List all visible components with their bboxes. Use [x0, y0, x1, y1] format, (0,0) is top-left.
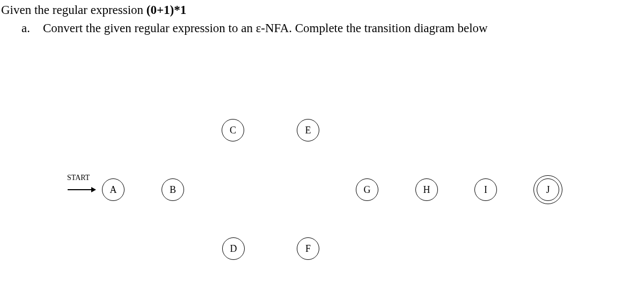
state-G: G	[356, 178, 378, 201]
state-label: C	[230, 125, 236, 136]
state-label: A	[110, 184, 117, 196]
state-H: H	[415, 178, 438, 201]
problem-intro: Given the regular expression (0+1)*1	[1, 3, 186, 17]
state-D: D	[222, 237, 245, 260]
state-C: C	[222, 119, 244, 141]
start-arrow-line	[68, 189, 92, 190]
state-label: I	[484, 184, 487, 196]
regex-text: (0+1)*1	[147, 3, 186, 17]
intro-text: Given the regular expression	[1, 3, 147, 17]
state-A: A	[102, 178, 125, 201]
state-I: I	[474, 178, 497, 201]
state-label: B	[170, 184, 176, 196]
list-marker: a.	[21, 21, 30, 35]
state-label: E	[305, 125, 311, 136]
start-label: START	[67, 174, 90, 182]
state-label: G	[364, 184, 371, 196]
state-label: J	[546, 184, 550, 196]
state-label: H	[423, 184, 430, 196]
start-arrow-head	[91, 187, 96, 192]
state-label: F	[305, 243, 311, 255]
state-F: F	[297, 237, 319, 260]
problem-prompt: Convert the given regular expression to …	[43, 21, 488, 35]
state-label: D	[230, 243, 237, 255]
state-B: B	[162, 178, 184, 201]
state-E: E	[297, 119, 319, 141]
state-J: J	[537, 178, 559, 201]
